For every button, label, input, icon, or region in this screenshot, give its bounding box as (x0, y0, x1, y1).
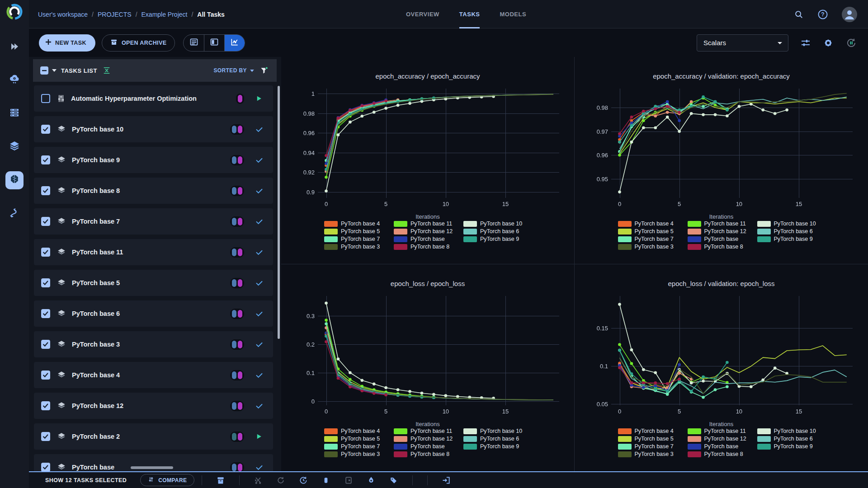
vertical-scrollbar[interactable] (278, 86, 280, 339)
task-checkbox[interactable] (41, 248, 50, 257)
sidebar-item-projects[interactable] (5, 38, 24, 56)
task-checkbox[interactable] (41, 432, 50, 441)
legend-item[interactable]: PyTorch base 7 (324, 443, 392, 450)
legend-item[interactable]: PyTorch base 4 (618, 221, 686, 227)
legend-item[interactable]: PyTorch base (688, 236, 755, 242)
task-checkbox[interactable] (41, 125, 50, 134)
select-all-checkbox[interactable] (40, 66, 48, 75)
legend-item[interactable]: PyTorch base 12 (394, 436, 462, 442)
legend-item[interactable]: PyTorch base 11 (394, 221, 462, 227)
sidebar-item-workers-queues[interactable] (5, 104, 24, 122)
task-row[interactable]: PyTorch base 9 (34, 147, 273, 173)
select-all-caret-icon[interactable] (52, 69, 57, 72)
task-row[interactable]: PyTorch base 8 (34, 178, 273, 204)
task-row[interactable]: PyTorch base 3 (34, 331, 273, 357)
legend-item[interactable]: PyTorch base 3 (618, 244, 686, 250)
chart-plot[interactable] (289, 85, 566, 210)
legend-item[interactable]: PyTorch base 10 (757, 221, 825, 227)
legend-item[interactable]: PyTorch base 3 (618, 451, 686, 457)
legend-item[interactable]: PyTorch base 11 (394, 428, 462, 434)
archive-icon[interactable] (216, 475, 226, 485)
legend-item[interactable]: PyTorch base 8 (688, 451, 755, 457)
sidebar-item-applications[interactable] (5, 171, 24, 189)
gear-icon[interactable] (823, 38, 834, 48)
breadcrumb-item[interactable]: All Tasks (197, 11, 224, 18)
legend-item[interactable]: PyTorch base 5 (324, 436, 392, 442)
auto-refresh-icon[interactable] (845, 37, 857, 49)
legend-item[interactable]: PyTorch base 6 (463, 228, 531, 235)
legend-item[interactable]: PyTorch base 10 (463, 428, 531, 434)
task-row[interactable]: PyTorch base 6 (34, 300, 273, 327)
sidebar-item-orchestration[interactable] (5, 205, 24, 223)
task-row[interactable]: PyTorch base 5 (34, 270, 273, 296)
filter-icon[interactable] (259, 66, 269, 75)
search-icon[interactable] (794, 9, 804, 19)
breadcrumb-item[interactable]: User's workspace (38, 11, 88, 18)
task-row[interactable]: Automatic Hyperparameter Optimization (34, 85, 273, 112)
legend-item[interactable]: PyTorch base 9 (757, 443, 825, 450)
metric-type-select[interactable]: Scalars (697, 34, 788, 52)
tune-icon[interactable] (800, 38, 811, 48)
new-task-button[interactable]: NEW TASK (39, 34, 95, 52)
legend-item[interactable]: PyTorch base 3 (324, 451, 392, 457)
task-checkbox[interactable] (41, 217, 50, 226)
legend-item[interactable]: PyTorch base 9 (463, 236, 531, 242)
legend-item[interactable]: PyTorch base 6 (757, 228, 825, 235)
breadcrumb-item[interactable]: PROJECTS (98, 11, 132, 18)
legend-item[interactable]: PyTorch base (394, 236, 462, 242)
collapse-rows-icon[interactable] (103, 66, 111, 75)
task-row[interactable]: PyTorch base 4 (34, 362, 273, 388)
legend-item[interactable]: PyTorch base 5 (618, 228, 686, 235)
legend-item[interactable]: PyTorch base 6 (757, 436, 825, 442)
legend-item[interactable]: PyTorch base 4 (324, 428, 392, 434)
compare-button[interactable]: COMPARE (140, 474, 194, 486)
legend-item[interactable]: PyTorch base 5 (324, 228, 392, 235)
task-row[interactable]: PyTorch base 7 (34, 208, 273, 235)
table-view-button[interactable] (184, 35, 204, 51)
legend-item[interactable]: PyTorch base (394, 443, 462, 450)
sorted-by-button[interactable]: SORTED BY (213, 67, 254, 74)
task-checkbox[interactable] (41, 401, 50, 410)
legend-item[interactable]: PyTorch base 10 (757, 428, 825, 434)
legend-item[interactable]: PyTorch base (688, 443, 755, 450)
task-checkbox[interactable] (41, 309, 50, 318)
open-archive-button[interactable]: OPEN ARCHIVE (102, 34, 175, 52)
task-row[interactable]: PyTorch base 12 (34, 393, 273, 419)
legend-item[interactable]: PyTorch base 11 (688, 428, 755, 434)
legend-item[interactable]: PyTorch base 10 (463, 221, 531, 227)
stop-icon[interactable] (321, 475, 331, 485)
legend-item[interactable]: PyTorch base 4 (324, 221, 392, 227)
legend-item[interactable]: PyTorch base 12 (394, 228, 462, 235)
legend-item[interactable]: PyTorch base 8 (394, 244, 462, 250)
enqueue-icon[interactable] (298, 475, 308, 485)
legend-item[interactable]: PyTorch base 7 (618, 443, 686, 450)
chart-plot[interactable] (582, 85, 859, 210)
legend-item[interactable]: PyTorch base 8 (688, 244, 755, 250)
legend-item[interactable]: PyTorch base 9 (463, 443, 531, 450)
chart-plot[interactable] (582, 292, 859, 417)
task-checkbox[interactable] (41, 463, 50, 471)
task-row[interactable]: PyTorch base 11 (34, 239, 273, 265)
task-checkbox[interactable] (41, 371, 50, 380)
task-checkbox[interactable] (41, 186, 50, 195)
legend-item[interactable]: PyTorch base 12 (688, 228, 755, 235)
breadcrumb-item[interactable]: Example Project (142, 11, 188, 18)
legend-item[interactable]: PyTorch base 7 (618, 236, 686, 242)
task-row[interactable]: PyTorch base 2 (34, 423, 273, 450)
task-row[interactable]: PyTorch base 10 (34, 116, 273, 142)
task-checkbox[interactable] (41, 94, 50, 103)
legend-item[interactable]: PyTorch base 6 (463, 436, 531, 442)
task-checkbox[interactable] (41, 155, 50, 164)
legend-item[interactable]: PyTorch base 4 (618, 428, 686, 434)
tab-tasks[interactable]: TASKS (459, 0, 480, 28)
legend-item[interactable]: PyTorch base 8 (394, 451, 462, 457)
split-view-button[interactable] (204, 35, 224, 51)
task-checkbox[interactable] (41, 340, 50, 349)
legend-item[interactable]: PyTorch base 3 (324, 244, 392, 250)
avatar[interactable] (842, 7, 857, 22)
sidebar-item-datasets[interactable] (5, 138, 24, 156)
legend-item[interactable]: PyTorch base 11 (688, 221, 755, 227)
legend-item[interactable]: PyTorch base 7 (324, 236, 392, 242)
horizontal-scrollbar[interactable] (131, 466, 173, 469)
selected-count-label[interactable]: SHOW 12 TASKS SELECTED (45, 477, 127, 483)
